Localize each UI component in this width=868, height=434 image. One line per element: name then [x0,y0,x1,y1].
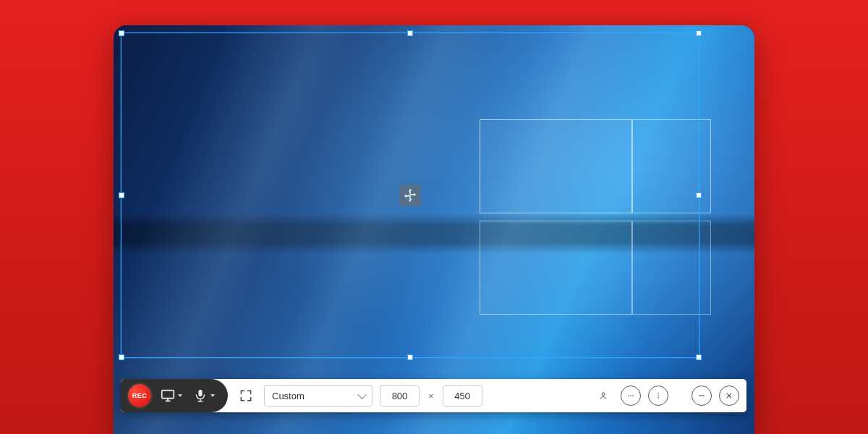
svg-point-9 [658,397,659,399]
resize-handle-middle-left[interactable] [119,192,124,198]
svg-point-7 [658,393,659,394]
recorder-toolbar: REC [121,379,746,412]
webcam-button[interactable] [593,386,613,406]
minus-icon [697,391,707,401]
svg-point-5 [630,395,631,396]
resize-handle-top-left[interactable] [119,30,124,36]
annotation-button[interactable] [621,386,641,406]
dots-horizontal-icon [626,391,636,401]
fullscreen-icon [239,388,253,403]
minimize-button[interactable] [692,386,712,406]
preset-size-label: Custom [272,391,305,401]
preset-size-select[interactable]: Custom [264,385,373,407]
width-input[interactable] [380,385,420,407]
chevron-down-icon [210,394,215,397]
microphone-icon [192,388,208,404]
monitor-icon [160,388,176,404]
toolbar-light-section: Custom × [228,379,746,412]
resize-handle-top-right[interactable] [696,30,702,36]
svg-point-0 [409,195,411,196]
move-icon [402,187,418,203]
resize-handle-bottom-middle[interactable] [407,354,413,360]
resize-handle-bottom-right[interactable] [696,354,702,360]
capture-source-button[interactable] [158,385,184,407]
svg-point-6 [632,395,634,396]
svg-rect-2 [198,390,202,396]
record-label: REC [132,392,148,399]
resize-handle-top-middle[interactable] [407,30,413,36]
more-options-button[interactable] [648,386,668,406]
height-input[interactable] [443,385,482,407]
dots-vertical-icon [653,391,663,401]
svg-point-3 [602,393,605,396]
screenshot-card: REC [114,25,754,434]
desktop-background [114,25,754,434]
move-handle[interactable] [399,184,421,206]
svg-rect-1 [162,391,174,399]
resize-handle-middle-right[interactable] [696,192,702,198]
toolbar-dark-section: REC [121,379,228,412]
resize-handle-bottom-left[interactable] [119,354,124,360]
times-symbol: × [427,391,435,401]
windows-logo-pane [480,119,711,315]
svg-point-4 [628,395,629,396]
svg-point-8 [658,395,659,396]
person-icon [598,391,608,401]
close-icon [724,391,734,401]
chevron-down-icon [178,394,182,397]
record-button[interactable]: REC [128,384,151,407]
close-button[interactable] [719,386,739,406]
microphone-button[interactable] [191,385,216,407]
fullscreen-button[interactable] [235,385,257,407]
